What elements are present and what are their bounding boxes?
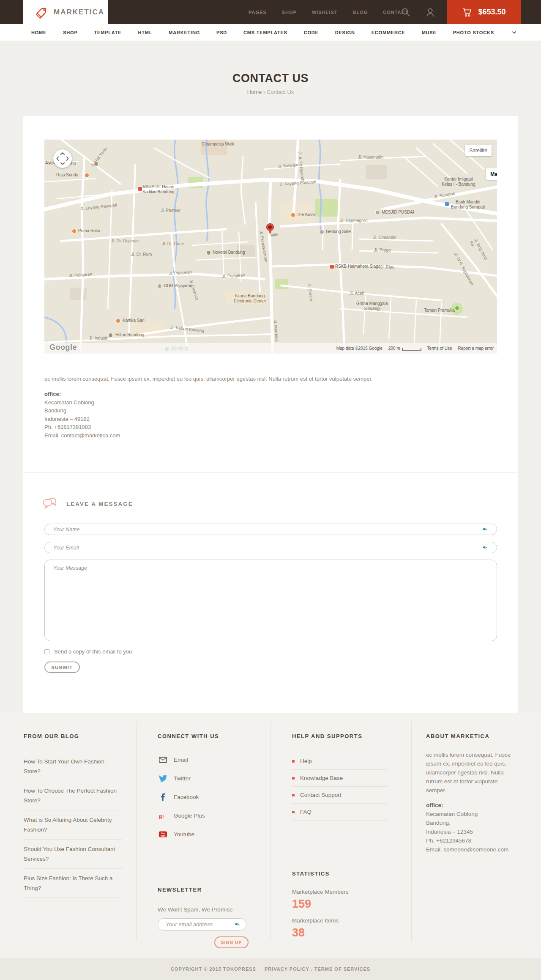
signup-button[interactable]: SIGN UP <box>214 936 249 948</box>
help-link[interactable]: Knowladge Base <box>292 770 387 787</box>
statistic-label: Marketplace Members <box>292 889 349 895</box>
header-nav-item[interactable]: BLOG <box>352 10 368 15</box>
footer-help-column: HELP AND SUPPORTS Help Knowladge Base <box>292 733 411 936</box>
category-nav-item[interactable]: PSD <box>216 30 227 35</box>
category-nav-item[interactable]: DESIGN <box>335 30 355 35</box>
about-heading: ABOUT MARKETICA <box>426 733 522 739</box>
terms-link[interactable]: TERMS OF SERVICES <box>314 966 370 972</box>
help-link[interactable]: FAQ <box>292 804 387 821</box>
newsletter-email-input[interactable] <box>158 918 246 931</box>
social-link[interactable]: Twitter <box>158 769 263 788</box>
statistic-value: 38 <box>292 926 349 939</box>
header-nav-item[interactable]: WISHLIST <box>312 10 338 15</box>
newsletter-heading: NEWSLETTER <box>158 887 202 893</box>
google-watermark: Google <box>49 343 77 352</box>
map-pan-control[interactable] <box>53 149 72 168</box>
newsletter-tagline: We Won't Spam, We Promise <box>158 906 232 913</box>
cart-total: $653.50 <box>478 8 505 16</box>
send-copy-checkbox[interactable] <box>44 649 49 654</box>
category-nav-item[interactable]: CODE <box>304 30 319 35</box>
location-pin[interactable] <box>266 223 274 231</box>
map-type-map-button[interactable]: Map <box>486 168 497 180</box>
top-header: MARKETICA PAGESSHOPWISHLISTBLOGCONTACT $… <box>0 0 541 24</box>
footer-column-divider <box>136 721 137 941</box>
page-head: CONTACT US Home › Contact Us <box>0 72 541 95</box>
google-map[interactable]: Cihampelas WalkJl. HasanudinJl. Haji Yas… <box>44 140 497 354</box>
blog-post-list: How To Start Your Own Fashion Store?How … <box>24 752 122 898</box>
pen-icon: ✒ <box>482 544 488 552</box>
submit-button[interactable]: SUBMIT <box>44 662 80 673</box>
header-nav: PAGESSHOPWISHLISTBLOGCONTACT <box>249 0 408 24</box>
help-link-label: Contact Support <box>300 792 342 798</box>
footer-connect-column: CONNECT WITH US Email Twitter <box>158 733 263 936</box>
contact-page: MARKETICA PAGESSHOPWISHLISTBLOGCONTACT $… <box>0 0 541 980</box>
social-link[interactable]: Email <box>158 750 263 769</box>
breadcrumb-separator: › <box>263 89 265 95</box>
category-nav-item[interactable]: SHOP <box>63 30 77 35</box>
report-map-error-link[interactable]: Report a map error <box>458 346 494 351</box>
social-label: Youtube <box>174 831 194 837</box>
map-scale-bar <box>402 348 421 351</box>
social-link[interactable]: Youtube <box>158 825 263 843</box>
about-address-line: Bandung. <box>426 818 522 827</box>
category-nav: HOMESHOPTEMPLATEHTMLMARKETINGPSDCMS TEMP… <box>0 24 541 41</box>
terms-of-use-link[interactable]: Terms of Use <box>427 346 452 351</box>
breadcrumb-current: Contact Us <box>267 89 294 95</box>
help-heading: HELP AND SUPPORTS <box>292 733 411 739</box>
chevron-down-icon[interactable] <box>511 30 517 35</box>
social-label: Facebook <box>174 794 199 800</box>
blog-post-link[interactable]: Plus Size Fashion: Is There Such a Thing… <box>24 869 122 898</box>
user-account-icon[interactable] <box>425 7 435 17</box>
blog-post-link[interactable]: Should You Use Fashion Consultant Servic… <box>24 840 122 869</box>
category-nav-item[interactable]: MARKETING <box>169 30 200 35</box>
footer: FROM OUR BLOG How To Start Your Own Fash… <box>0 713 541 958</box>
statistics-heading: STATISTICS <box>292 870 330 877</box>
office-address-block: office: Kecamatan CoblongBandung.Indones… <box>44 390 120 439</box>
cart-button[interactable]: $653.50 <box>447 0 521 24</box>
social-icon <box>158 774 168 783</box>
help-link[interactable]: Help <box>292 753 387 770</box>
social-label: Google Plus <box>174 813 205 819</box>
category-nav-item[interactable]: PHOTO STOCKS <box>453 30 494 35</box>
contact-intro-text: ec mollis lorem consequat. Fusce ipsum e… <box>44 376 373 382</box>
search-icon[interactable] <box>401 7 411 17</box>
privacy-policy-link[interactable]: PRIVACY POLICY <box>265 966 309 972</box>
header-nav-item[interactable]: SHOP <box>282 10 297 15</box>
name-input[interactable] <box>44 524 497 535</box>
brand-logo[interactable]: MARKETICA <box>23 0 108 24</box>
bullet-icon <box>292 794 295 796</box>
section-divider <box>23 472 518 473</box>
help-links-list: Help Knowladge Base Contact Support <box>292 753 387 821</box>
social-link[interactable]: Google Plus <box>158 806 263 825</box>
about-address-line: Ph. +6212345678 <box>426 836 522 845</box>
form-heading-row: LEAVE A MESSAGE <box>43 498 133 510</box>
breadcrumb-home[interactable]: Home <box>247 89 262 95</box>
category-nav-item[interactable]: HOME <box>31 30 46 35</box>
blog-post-link[interactable]: How To Start Your Own Fashion Store? <box>24 752 122 781</box>
header-nav-item[interactable]: PAGES <box>249 10 267 15</box>
map-type-satellite-button[interactable]: Satellite <box>465 145 492 156</box>
message-textarea[interactable] <box>44 560 497 641</box>
chat-bubbles-icon <box>43 498 57 510</box>
page-title: CONTACT US <box>0 72 541 85</box>
office-label: office: <box>44 390 120 398</box>
category-nav-item[interactable]: ECOMMERCE <box>372 30 405 35</box>
blog-post-link[interactable]: What is So Alluring About Celebrity Fash… <box>24 810 122 840</box>
category-nav-item[interactable]: CMS TEMPLATES <box>243 30 287 35</box>
category-nav-item[interactable]: MUSE <box>422 30 437 35</box>
category-nav-item[interactable]: TEMPLATE <box>94 30 122 35</box>
content-card: Cihampelas WalkJl. HasanudinJl. Haji Yas… <box>23 116 518 713</box>
send-copy-row: Send a copy of this email to you <box>44 648 132 655</box>
category-nav-item[interactable]: HTML <box>138 30 152 35</box>
pan-arrows-icon <box>55 151 70 166</box>
social-link[interactable]: Facebook <box>158 788 263 806</box>
social-icon <box>158 755 168 764</box>
blog-post-link[interactable]: How To Choose The Perfect Fashion Store? <box>24 781 122 810</box>
office-address-line: Email. contact@marketica.com <box>44 431 120 440</box>
help-link[interactable]: Contact Support <box>292 787 387 804</box>
social-icon <box>158 830 168 839</box>
map-data-credit: Map data ©2015 Google <box>336 346 383 351</box>
help-link-label: Knowladge Base <box>300 775 343 781</box>
email-input[interactable] <box>44 542 497 553</box>
brand-name: MARKETICA <box>54 8 104 16</box>
